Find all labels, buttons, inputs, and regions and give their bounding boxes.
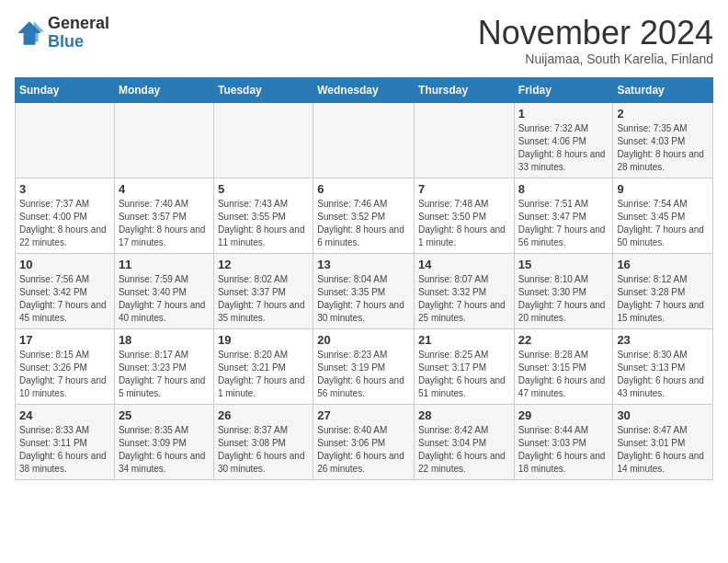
day-number: 23 bbox=[617, 333, 709, 347]
day-info: Sunrise: 8:10 AM Sunset: 3:30 PM Dayligh… bbox=[518, 273, 609, 325]
day-number: 11 bbox=[119, 258, 210, 271]
day-info: Sunrise: 8:07 AM Sunset: 3:32 PM Dayligh… bbox=[418, 273, 510, 325]
day-number: 13 bbox=[317, 258, 410, 271]
day-number: 14 bbox=[418, 258, 510, 271]
day-info: Sunrise: 8:17 AM Sunset: 3:23 PM Dayligh… bbox=[119, 349, 210, 400]
day-number: 10 bbox=[19, 258, 110, 271]
calendar-cell bbox=[114, 102, 213, 178]
calendar-cell: 26Sunrise: 8:37 AM Sunset: 3:08 PM Dayli… bbox=[213, 404, 313, 479]
day-number: 29 bbox=[518, 408, 609, 422]
calendar-cell: 17Sunrise: 8:15 AM Sunset: 3:26 PM Dayli… bbox=[16, 328, 115, 404]
day-number: 9 bbox=[617, 182, 709, 196]
header-sunday: Sunday bbox=[16, 77, 115, 102]
day-info: Sunrise: 7:56 AM Sunset: 3:42 PM Dayligh… bbox=[19, 273, 110, 325]
header-monday: Monday bbox=[114, 77, 213, 102]
day-info: Sunrise: 8:33 AM Sunset: 3:11 PM Dayligh… bbox=[19, 424, 110, 476]
calendar-cell bbox=[313, 102, 415, 178]
calendar-cell: 24Sunrise: 8:33 AM Sunset: 3:11 PM Dayli… bbox=[16, 404, 115, 479]
day-info: Sunrise: 7:37 AM Sunset: 4:00 PM Dayligh… bbox=[19, 198, 110, 249]
day-info: Sunrise: 8:25 AM Sunset: 3:17 PM Dayligh… bbox=[418, 349, 510, 400]
day-info: Sunrise: 7:59 AM Sunset: 3:40 PM Dayligh… bbox=[119, 273, 210, 325]
title-block: November 2024 Nuijamaa, South Karelia, F… bbox=[478, 15, 713, 66]
day-number: 17 bbox=[19, 333, 110, 347]
logo-blue-text: Blue bbox=[48, 33, 109, 52]
week-row-4: 17Sunrise: 8:15 AM Sunset: 3:26 PM Dayli… bbox=[16, 328, 713, 404]
calendar-cell: 22Sunrise: 8:28 AM Sunset: 3:15 PM Dayli… bbox=[514, 328, 613, 404]
day-info: Sunrise: 8:12 AM Sunset: 3:28 PM Dayligh… bbox=[617, 273, 709, 325]
logo-general-text: General bbox=[48, 15, 109, 33]
day-info: Sunrise: 7:46 AM Sunset: 3:52 PM Dayligh… bbox=[317, 198, 410, 249]
logo: General Blue bbox=[15, 15, 109, 52]
calendar-cell bbox=[16, 102, 115, 178]
calendar-cell: 10Sunrise: 7:56 AM Sunset: 3:42 PM Dayli… bbox=[16, 253, 115, 328]
calendar-cell: 19Sunrise: 8:20 AM Sunset: 3:21 PM Dayli… bbox=[213, 328, 313, 404]
day-info: Sunrise: 8:04 AM Sunset: 3:35 PM Dayligh… bbox=[317, 273, 410, 325]
day-number: 8 bbox=[518, 182, 609, 196]
calendar-cell: 27Sunrise: 8:40 AM Sunset: 3:06 PM Dayli… bbox=[313, 404, 415, 479]
day-info: Sunrise: 8:37 AM Sunset: 3:08 PM Dayligh… bbox=[218, 424, 309, 476]
calendar-cell: 23Sunrise: 8:30 AM Sunset: 3:13 PM Dayli… bbox=[613, 328, 713, 404]
day-number: 12 bbox=[218, 258, 309, 271]
header-saturday: Saturday bbox=[613, 77, 713, 102]
day-number: 15 bbox=[518, 258, 609, 271]
day-info: Sunrise: 8:28 AM Sunset: 3:15 PM Dayligh… bbox=[518, 349, 609, 400]
calendar-cell: 12Sunrise: 8:02 AM Sunset: 3:37 PM Dayli… bbox=[213, 253, 313, 328]
logo-text: General Blue bbox=[48, 15, 109, 52]
calendar-body: 1Sunrise: 7:32 AM Sunset: 4:06 PM Daylig… bbox=[16, 102, 713, 479]
day-number: 2 bbox=[617, 107, 709, 121]
day-number: 7 bbox=[418, 182, 510, 196]
header-wednesday: Wednesday bbox=[313, 77, 415, 102]
day-info: Sunrise: 7:51 AM Sunset: 3:47 PM Dayligh… bbox=[518, 198, 609, 249]
week-row-2: 3Sunrise: 7:37 AM Sunset: 4:00 PM Daylig… bbox=[16, 178, 713, 253]
day-info: Sunrise: 7:54 AM Sunset: 3:45 PM Dayligh… bbox=[617, 198, 709, 249]
day-info: Sunrise: 7:35 AM Sunset: 4:03 PM Dayligh… bbox=[617, 122, 709, 174]
day-info: Sunrise: 8:42 AM Sunset: 3:04 PM Dayligh… bbox=[418, 424, 510, 476]
day-info: Sunrise: 7:40 AM Sunset: 3:57 PM Dayligh… bbox=[119, 198, 210, 249]
calendar-cell: 2Sunrise: 7:35 AM Sunset: 4:03 PM Daylig… bbox=[613, 102, 713, 178]
day-number: 4 bbox=[119, 182, 210, 196]
day-info: Sunrise: 8:02 AM Sunset: 3:37 PM Dayligh… bbox=[218, 273, 309, 325]
month-title: November 2024 bbox=[478, 15, 713, 52]
calendar-cell: 15Sunrise: 8:10 AM Sunset: 3:30 PM Dayli… bbox=[514, 253, 613, 328]
day-number: 26 bbox=[218, 408, 309, 422]
calendar-cell: 16Sunrise: 8:12 AM Sunset: 3:28 PM Dayli… bbox=[613, 253, 713, 328]
calendar-cell: 4Sunrise: 7:40 AM Sunset: 3:57 PM Daylig… bbox=[114, 178, 213, 253]
header-friday: Friday bbox=[514, 77, 613, 102]
calendar-cell: 18Sunrise: 8:17 AM Sunset: 3:23 PM Dayli… bbox=[114, 328, 213, 404]
calendar-header: SundayMondayTuesdayWednesdayThursdayFrid… bbox=[16, 77, 713, 102]
day-number: 3 bbox=[19, 182, 110, 196]
day-number: 6 bbox=[317, 182, 410, 196]
header-thursday: Thursday bbox=[415, 77, 515, 102]
day-number: 20 bbox=[317, 333, 410, 347]
day-info: Sunrise: 8:40 AM Sunset: 3:06 PM Dayligh… bbox=[317, 424, 410, 476]
calendar-cell: 20Sunrise: 8:23 AM Sunset: 3:19 PM Dayli… bbox=[313, 328, 415, 404]
logo-icon bbox=[15, 18, 44, 48]
day-info: Sunrise: 8:35 AM Sunset: 3:09 PM Dayligh… bbox=[119, 424, 210, 476]
day-number: 5 bbox=[218, 182, 309, 196]
day-info: Sunrise: 8:15 AM Sunset: 3:26 PM Dayligh… bbox=[19, 349, 110, 400]
calendar-cell: 8Sunrise: 7:51 AM Sunset: 3:47 PM Daylig… bbox=[514, 178, 613, 253]
week-row-5: 24Sunrise: 8:33 AM Sunset: 3:11 PM Dayli… bbox=[16, 404, 713, 479]
calendar-cell: 30Sunrise: 8:47 AM Sunset: 3:01 PM Dayli… bbox=[613, 404, 713, 479]
day-number: 18 bbox=[119, 333, 210, 347]
calendar-cell: 9Sunrise: 7:54 AM Sunset: 3:45 PM Daylig… bbox=[613, 178, 713, 253]
day-info: Sunrise: 8:20 AM Sunset: 3:21 PM Dayligh… bbox=[218, 349, 309, 400]
calendar-cell: 11Sunrise: 7:59 AM Sunset: 3:40 PM Dayli… bbox=[114, 253, 213, 328]
header-row: SundayMondayTuesdayWednesdayThursdayFrid… bbox=[16, 77, 713, 102]
calendar-table: SundayMondayTuesdayWednesdayThursdayFrid… bbox=[15, 77, 713, 480]
day-number: 19 bbox=[218, 333, 309, 347]
calendar-cell: 28Sunrise: 8:42 AM Sunset: 3:04 PM Dayli… bbox=[415, 404, 515, 479]
day-number: 1 bbox=[518, 107, 609, 121]
calendar-cell: 7Sunrise: 7:48 AM Sunset: 3:50 PM Daylig… bbox=[415, 178, 515, 253]
location-subtitle: Nuijamaa, South Karelia, Finland bbox=[478, 52, 713, 66]
day-number: 21 bbox=[418, 333, 510, 347]
day-info: Sunrise: 8:44 AM Sunset: 3:03 PM Dayligh… bbox=[518, 424, 609, 476]
calendar-cell: 21Sunrise: 8:25 AM Sunset: 3:17 PM Dayli… bbox=[415, 328, 515, 404]
header-tuesday: Tuesday bbox=[213, 77, 313, 102]
day-number: 30 bbox=[617, 408, 709, 422]
calendar-cell: 1Sunrise: 7:32 AM Sunset: 4:06 PM Daylig… bbox=[514, 102, 613, 178]
calendar-cell: 25Sunrise: 8:35 AM Sunset: 3:09 PM Dayli… bbox=[114, 404, 213, 479]
week-row-3: 10Sunrise: 7:56 AM Sunset: 3:42 PM Dayli… bbox=[16, 253, 713, 328]
day-info: Sunrise: 7:48 AM Sunset: 3:50 PM Dayligh… bbox=[418, 198, 510, 249]
page-header: General Blue November 2024 Nuijamaa, Sou… bbox=[15, 15, 713, 66]
